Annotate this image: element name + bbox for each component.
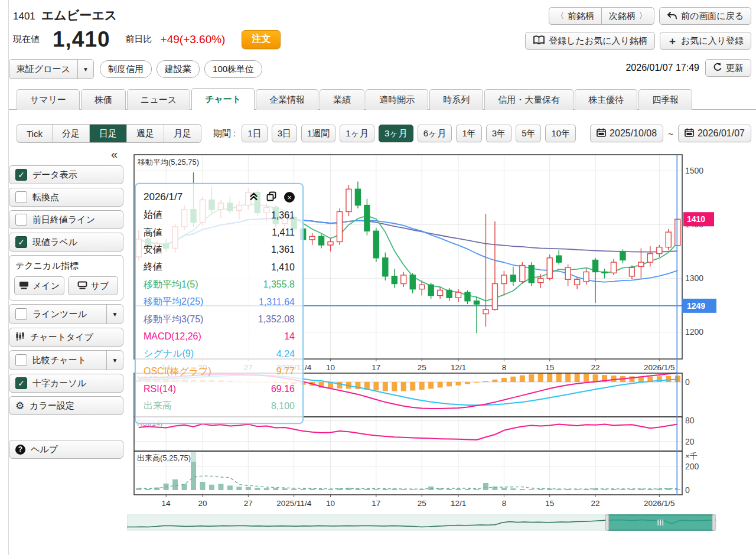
current-price-label: 現在値	[13, 34, 40, 45]
tab-ニュース[interactable]: ニュース	[127, 89, 190, 110]
period-1ヶ月[interactable]: 1ヶ月	[340, 125, 374, 142]
interval-日足[interactable]: 日足	[89, 125, 126, 142]
checkbox-checked[interactable]: ✓	[15, 236, 27, 248]
help-icon: ?	[15, 445, 25, 455]
svg-text:80: 80	[685, 416, 695, 425]
tab-株主優待[interactable]: 株主優待	[575, 89, 637, 110]
date-from-picker[interactable]: 2025/10/08	[590, 125, 663, 142]
sidebar-item-label: カラー設定	[30, 400, 74, 412]
checkbox-checked[interactable]: ✓	[15, 377, 27, 389]
sidebar-collapse-icon[interactable]: «	[9, 148, 123, 162]
tab-四季報[interactable]: 四季報	[638, 89, 692, 110]
navigator-right-handle[interactable]	[712, 515, 715, 530]
svg-text:14: 14	[162, 499, 171, 508]
svg-text:12/1: 12/1	[451, 363, 466, 372]
checkbox-unchecked[interactable]	[15, 191, 27, 203]
button-label: サブ	[91, 280, 109, 292]
order-button[interactable]: 注文	[242, 30, 281, 49]
favorite-list-button[interactable]: 登録したお気に入り銘柄	[525, 32, 655, 50]
close-icon[interactable]: ×	[284, 192, 295, 203]
tab-株価[interactable]: 株価	[81, 89, 126, 110]
date-to-picker[interactable]: 2026/01/07	[678, 125, 751, 142]
back-button[interactable]: 前の画面に戻る	[659, 7, 751, 25]
period-1週間[interactable]: 1週間	[301, 125, 335, 142]
sidebar-item-十字カーソル[interactable]: ✓十字カーソル	[9, 374, 123, 393]
tooltip-row-label: 安値	[144, 244, 271, 256]
checkbox-unchecked[interactable]	[15, 354, 27, 366]
sidebar-item-ヘルプ[interactable]: ?ヘルプ	[9, 440, 123, 459]
tab-チャート[interactable]: チャート	[191, 88, 255, 110]
tooltip-row-label: 移動平均3(75)	[144, 314, 258, 326]
tooltip-row: 出来高8,100	[144, 397, 295, 414]
interval-分足[interactable]: 分足	[52, 125, 89, 142]
tab-サマリー[interactable]: サマリー	[17, 89, 80, 110]
indicator-メイン-button[interactable]: メイン	[14, 276, 64, 295]
navigator-left-handle[interactable]	[606, 515, 609, 530]
tab-信用・大量保有[interactable]: 信用・大量保有	[484, 89, 573, 110]
period-3ヶ月[interactable]: 3ヶ月	[379, 125, 413, 142]
refresh-button[interactable]: 更新	[705, 59, 751, 77]
next-stock-button[interactable]: 次銘柄 〉	[601, 7, 654, 25]
checkbox-unchecked[interactable]	[15, 214, 27, 226]
interval-segmented-control: Tick分足日足週足月足	[17, 124, 201, 143]
period-5年[interactable]: 5年	[516, 125, 541, 142]
tooltip-row-value: 1,361	[271, 244, 295, 255]
sidebar-item-label: 現値ラベル	[32, 237, 77, 248]
indicator-サブ-button[interactable]: サブ	[68, 276, 118, 295]
chevron-down-icon[interactable]: ▼	[106, 351, 123, 370]
tooltip-row-value: 4.24	[276, 349, 295, 360]
gear-icon: ⚙	[15, 401, 24, 411]
tooltip-row-label: シグナル(9)	[144, 348, 276, 360]
interval-Tick[interactable]: Tick	[17, 125, 52, 142]
sidebar-item-前日終値ライン[interactable]: 前日終値ライン	[9, 210, 123, 229]
period-1日[interactable]: 1日	[242, 125, 267, 142]
period-3年[interactable]: 3年	[486, 125, 511, 142]
tab-企業情報[interactable]: 企業情報	[256, 89, 318, 110]
svg-text:1249: 1249	[687, 301, 705, 311]
tooltip-row-label: 始値	[144, 209, 271, 221]
sidebar-item-データ表示[interactable]: ✓データ表示	[9, 165, 123, 184]
main-chart-label: 移動平均(5,25,75)	[137, 158, 199, 166]
chevron-down-icon[interactable]: ▼	[77, 60, 93, 79]
chevron-down-icon[interactable]: ▼	[106, 305, 123, 324]
stock-code: 1401	[13, 11, 35, 22]
add-favorite-button[interactable]: ＋ お気に入り登録	[660, 32, 751, 50]
date-range: 2025/10/08 ~ 2026/01/07	[590, 125, 751, 142]
stock-attribute-badge: 建設業	[157, 60, 200, 78]
svg-text:22: 22	[591, 499, 600, 508]
sidebar-item-label: 転換点	[32, 192, 59, 203]
navigator[interactable]	[127, 515, 716, 530]
plus-icon: ＋	[667, 34, 677, 48]
svg-text:1500: 1500	[685, 166, 703, 175]
interval-週足[interactable]: 週足	[126, 125, 164, 142]
svg-text:8: 8	[502, 499, 507, 508]
volume-panel-label: 出来高(5,25,75)	[137, 453, 191, 462]
stock-attribute-badge: 100株単位	[204, 60, 262, 78]
checkbox-unchecked[interactable]	[15, 308, 27, 320]
period-3日[interactable]: 3日	[272, 125, 297, 142]
tooltip-date: 2026/1/7	[144, 191, 249, 203]
tooltip-row-value: 69.16	[271, 384, 295, 394]
period-6ヶ月[interactable]: 6ヶ月	[418, 125, 452, 142]
tooltip-row-label: OSCI(棒グラフ)	[144, 365, 276, 378]
tab-時系列[interactable]: 時系列	[429, 89, 483, 110]
checkbox-checked[interactable]: ✓	[15, 169, 27, 181]
sidebar-item-転換点[interactable]: 転換点	[9, 188, 123, 207]
market-select[interactable]: 東証グロース ▼	[9, 59, 94, 79]
prev-stock-button[interactable]: 〈 前銘柄	[549, 7, 602, 25]
tooltip-row-value: 9.77	[276, 366, 295, 377]
copy-icon[interactable]	[266, 191, 276, 204]
period-1年[interactable]: 1年	[456, 125, 481, 142]
chevron-double-up-icon[interactable]	[249, 192, 259, 203]
period-10年[interactable]: 10年	[545, 125, 576, 142]
sidebar-item-カラー設定[interactable]: ⚙カラー設定	[9, 396, 123, 415]
sidebar-item-チャートタイプ[interactable]: チャートタイプ	[9, 328, 123, 347]
favorite-list-label: 登録したお気に入り銘柄	[549, 35, 647, 47]
sidebar-item-比較チャート[interactable]: 比較チャート▼	[9, 350, 123, 370]
tab-適時開示[interactable]: 適時開示	[366, 89, 428, 110]
sidebar-item-現値ラベル[interactable]: ✓現値ラベル	[9, 233, 123, 252]
interval-月足[interactable]: 月足	[164, 125, 201, 142]
sidebar-item-ラインツール[interactable]: ラインツール▼	[9, 304, 123, 324]
tab-業績[interactable]: 業績	[320, 89, 364, 110]
stock-title: 1401 エムビーエス	[13, 7, 117, 24]
